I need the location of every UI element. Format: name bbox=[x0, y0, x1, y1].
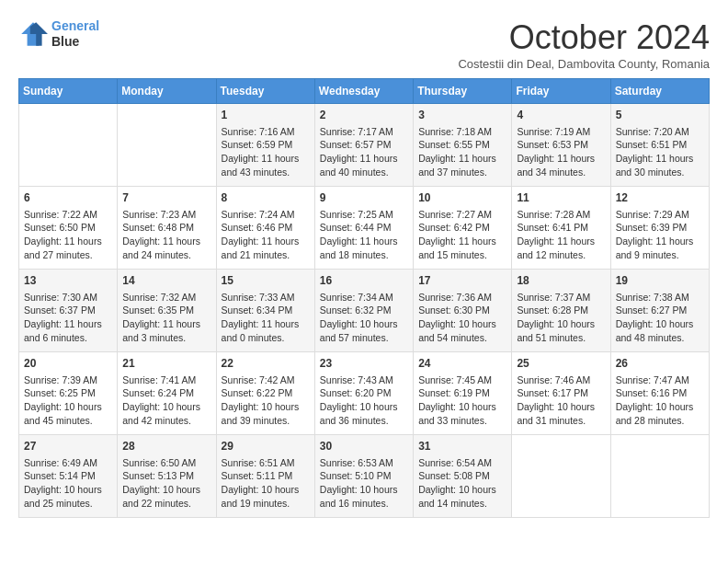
calendar-week-5: 27Sunrise: 6:49 AMSunset: 5:14 PMDayligh… bbox=[19, 435, 710, 518]
day-info: Sunrise: 6:53 AM bbox=[320, 456, 408, 470]
day-info: Daylight: 11 hours and 0 minutes. bbox=[222, 317, 310, 344]
day-info: Daylight: 10 hours and 54 minutes. bbox=[418, 317, 506, 344]
title-block: October 2024 Costestii din Deal, Dambovi… bbox=[458, 18, 710, 71]
calendar-week-1: 1Sunrise: 7:16 AMSunset: 6:59 PMDaylight… bbox=[19, 104, 710, 187]
day-info: Sunset: 6:55 PM bbox=[418, 138, 506, 152]
day-info: Sunset: 6:37 PM bbox=[24, 304, 112, 317]
day-info: Daylight: 11 hours and 34 minutes. bbox=[517, 152, 605, 178]
calendar-week-3: 13Sunrise: 7:30 AMSunset: 6:37 PMDayligh… bbox=[19, 270, 710, 352]
day-info: Sunrise: 6:51 AM bbox=[222, 456, 310, 470]
header-tuesday: Tuesday bbox=[216, 79, 314, 104]
calendar-cell: 22Sunrise: 7:42 AMSunset: 6:22 PMDayligh… bbox=[216, 352, 314, 435]
logo: General Blue bbox=[18, 18, 99, 50]
day-number: 15 bbox=[222, 273, 310, 289]
day-info: Sunrise: 7:28 AM bbox=[517, 208, 605, 222]
day-number: 28 bbox=[122, 439, 210, 454]
day-number: 14 bbox=[122, 273, 210, 289]
day-info: Daylight: 10 hours and 14 minutes. bbox=[418, 483, 506, 510]
day-info: Sunset: 6:53 PM bbox=[517, 138, 605, 152]
day-info: Daylight: 10 hours and 25 minutes. bbox=[24, 483, 112, 510]
day-info: Daylight: 10 hours and 48 minutes. bbox=[616, 317, 704, 344]
day-info: Sunrise: 7:45 AM bbox=[418, 373, 506, 387]
day-info: Sunset: 6:22 PM bbox=[222, 386, 310, 400]
day-info: Sunset: 6:46 PM bbox=[222, 221, 310, 235]
calendar-cell: 12Sunrise: 7:29 AMSunset: 6:39 PMDayligh… bbox=[610, 187, 709, 270]
day-number: 30 bbox=[320, 439, 408, 454]
day-info: Daylight: 11 hours and 3 minutes. bbox=[122, 317, 210, 344]
day-info: Daylight: 10 hours and 42 minutes. bbox=[122, 400, 210, 427]
day-number: 6 bbox=[24, 190, 112, 206]
header-saturday: Saturday bbox=[610, 79, 709, 104]
day-info: Sunrise: 7:23 AM bbox=[122, 208, 210, 222]
location-subtitle: Costestii din Deal, Dambovita County, Ro… bbox=[458, 57, 710, 71]
day-info: Daylight: 11 hours and 40 minutes. bbox=[320, 152, 408, 178]
day-info: Sunset: 6:30 PM bbox=[418, 304, 506, 317]
calendar-cell: 14Sunrise: 7:32 AMSunset: 6:35 PMDayligh… bbox=[118, 270, 216, 352]
day-info: Daylight: 11 hours and 12 minutes. bbox=[517, 235, 605, 261]
day-info: Sunset: 6:51 PM bbox=[616, 138, 704, 152]
day-info: Sunset: 6:42 PM bbox=[418, 221, 506, 235]
day-number: 23 bbox=[320, 356, 408, 372]
day-number: 19 bbox=[616, 273, 704, 289]
day-info: Sunrise: 7:47 AM bbox=[616, 373, 704, 387]
day-info: Sunrise: 7:30 AM bbox=[24, 291, 112, 304]
day-info: Daylight: 10 hours and 16 minutes. bbox=[320, 483, 408, 510]
calendar-cell: 26Sunrise: 7:47 AMSunset: 6:16 PMDayligh… bbox=[610, 352, 709, 435]
calendar-cell: 7Sunrise: 7:23 AMSunset: 6:48 PMDaylight… bbox=[118, 187, 216, 270]
month-title: October 2024 bbox=[458, 18, 710, 57]
day-number: 11 bbox=[517, 190, 605, 206]
calendar-cell: 13Sunrise: 7:30 AMSunset: 6:37 PMDayligh… bbox=[19, 270, 118, 352]
day-number: 24 bbox=[418, 356, 506, 372]
calendar-cell: 1Sunrise: 7:16 AMSunset: 6:59 PMDaylight… bbox=[216, 104, 314, 187]
day-info: Sunrise: 7:43 AM bbox=[320, 373, 408, 387]
day-info: Sunrise: 7:42 AM bbox=[222, 373, 310, 387]
day-info: Sunrise: 7:29 AM bbox=[616, 208, 704, 222]
calendar-cell: 15Sunrise: 7:33 AMSunset: 6:34 PMDayligh… bbox=[216, 270, 314, 352]
day-info: Sunset: 6:50 PM bbox=[24, 221, 112, 235]
calendar-cell: 18Sunrise: 7:37 AMSunset: 6:28 PMDayligh… bbox=[512, 270, 610, 352]
day-number: 10 bbox=[418, 190, 506, 206]
calendar-cell: 27Sunrise: 6:49 AMSunset: 5:14 PMDayligh… bbox=[19, 435, 118, 518]
day-info: Daylight: 11 hours and 24 minutes. bbox=[122, 235, 210, 261]
day-info: Sunset: 6:16 PM bbox=[616, 386, 704, 400]
calendar-cell: 10Sunrise: 7:27 AMSunset: 6:42 PMDayligh… bbox=[414, 187, 512, 270]
day-info: Sunset: 6:25 PM bbox=[24, 386, 112, 400]
day-info: Sunset: 6:59 PM bbox=[222, 138, 310, 152]
day-number: 20 bbox=[24, 356, 112, 372]
day-info: Sunset: 5:13 PM bbox=[122, 469, 210, 483]
day-info: Daylight: 10 hours and 36 minutes. bbox=[320, 400, 408, 427]
day-info: Sunset: 5:10 PM bbox=[320, 469, 408, 483]
header-wednesday: Wednesday bbox=[314, 79, 413, 104]
calendar-cell bbox=[19, 104, 118, 187]
day-info: Sunrise: 7:32 AM bbox=[122, 291, 210, 304]
day-info: Sunset: 5:08 PM bbox=[418, 469, 506, 483]
day-info: Sunrise: 6:54 AM bbox=[418, 456, 506, 470]
day-info: Sunset: 6:35 PM bbox=[122, 304, 210, 317]
calendar-cell: 17Sunrise: 7:36 AMSunset: 6:30 PMDayligh… bbox=[414, 270, 512, 352]
calendar-cell bbox=[610, 435, 709, 518]
day-info: Daylight: 11 hours and 27 minutes. bbox=[24, 235, 112, 261]
day-info: Sunrise: 7:38 AM bbox=[616, 291, 704, 304]
day-number: 12 bbox=[616, 190, 704, 206]
day-info: Sunset: 6:17 PM bbox=[517, 386, 605, 400]
day-number: 3 bbox=[418, 108, 506, 123]
day-info: Sunrise: 7:36 AM bbox=[418, 291, 506, 304]
calendar-cell: 23Sunrise: 7:43 AMSunset: 6:20 PMDayligh… bbox=[314, 352, 413, 435]
day-info: Daylight: 10 hours and 31 minutes. bbox=[517, 400, 605, 427]
day-number: 18 bbox=[517, 273, 605, 289]
day-info: Daylight: 11 hours and 37 minutes. bbox=[418, 152, 506, 178]
day-number: 13 bbox=[24, 273, 112, 289]
day-info: Daylight: 11 hours and 9 minutes. bbox=[616, 235, 704, 261]
day-number: 9 bbox=[320, 190, 408, 206]
day-info: Sunrise: 7:19 AM bbox=[517, 125, 605, 139]
calendar-cell: 6Sunrise: 7:22 AMSunset: 6:50 PMDaylight… bbox=[19, 187, 118, 270]
calendar-cell: 4Sunrise: 7:19 AMSunset: 6:53 PMDaylight… bbox=[512, 104, 610, 187]
logo-text: General Blue bbox=[51, 18, 99, 50]
calendar-cell: 3Sunrise: 7:18 AMSunset: 6:55 PMDaylight… bbox=[414, 104, 512, 187]
day-info: Daylight: 10 hours and 51 minutes. bbox=[517, 317, 605, 344]
day-info: Sunrise: 7:18 AM bbox=[418, 125, 506, 139]
day-number: 8 bbox=[222, 190, 310, 206]
day-number: 31 bbox=[418, 439, 506, 454]
calendar-week-4: 20Sunrise: 7:39 AMSunset: 6:25 PMDayligh… bbox=[19, 352, 710, 435]
day-info: Sunrise: 6:50 AM bbox=[122, 456, 210, 470]
